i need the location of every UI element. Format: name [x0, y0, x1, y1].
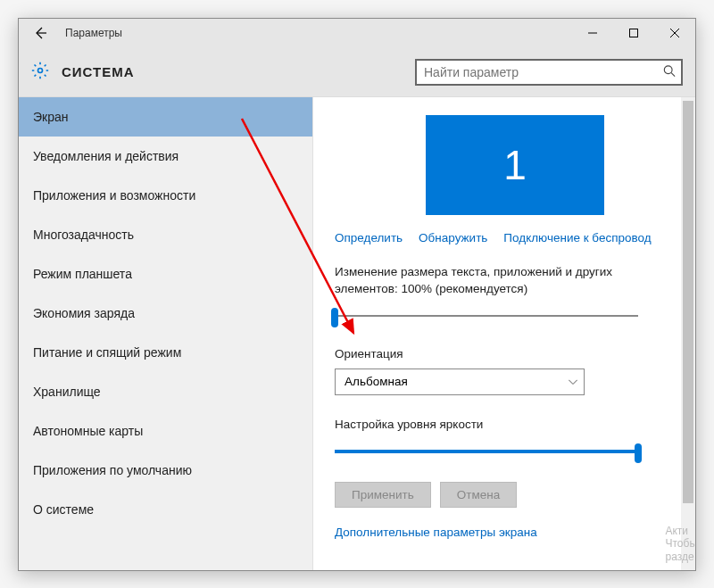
identify-link[interactable]: Определить	[335, 231, 403, 244]
chevron-down-icon	[569, 377, 577, 386]
sidebar: ЭкранУведомления и действияПриложения и …	[19, 97, 313, 570]
sidebar-item[interactable]: Автономные карты	[19, 411, 312, 451]
brightness-slider-wrap	[335, 443, 695, 460]
cancel-button[interactable]: Отмена	[440, 482, 517, 508]
activation-watermark: Акти Чтобы разде	[665, 525, 696, 563]
svg-point-2	[664, 65, 672, 73]
orientation-value: Альбомная	[345, 375, 408, 388]
section-title: СИСТЕМА	[62, 64, 135, 79]
orientation-label: Ориентация	[335, 346, 695, 363]
window-controls	[572, 19, 695, 47]
display-links: Определить Обнаружить Подключение к бесп…	[335, 231, 695, 244]
svg-point-1	[38, 68, 43, 72]
scale-label: Изменение размера текста, приложений и д…	[335, 264, 695, 298]
sidebar-item[interactable]: Приложения по умолчанию	[19, 451, 312, 490]
close-icon	[670, 29, 679, 37]
search-wrap	[415, 59, 683, 86]
close-button[interactable]	[654, 19, 695, 47]
scrollbar[interactable]	[681, 97, 695, 570]
sidebar-item[interactable]: Приложения и возможности	[19, 176, 312, 215]
slider-thumb[interactable]	[635, 443, 642, 463]
detect-link[interactable]: Обнаружить	[419, 231, 487, 244]
content-pane: 1 Определить Обнаружить Подключение к бе…	[313, 97, 695, 570]
maximize-icon	[629, 29, 638, 37]
slider-track	[335, 315, 638, 317]
wireless-link[interactable]: Подключение к беспровод	[503, 231, 651, 244]
monitor-number: 1	[503, 141, 527, 189]
brightness-label: Настройка уровня яркости	[335, 417, 695, 434]
gear-icon	[31, 62, 49, 83]
search-input[interactable]	[415, 59, 683, 86]
sidebar-item[interactable]: Хранилище	[19, 372, 312, 411]
sidebar-item[interactable]: Экран	[19, 97, 312, 137]
slider-thumb[interactable]	[331, 308, 338, 327]
scale-slider-wrap	[335, 307, 695, 325]
slider-fill	[335, 450, 638, 453]
minimize-icon	[588, 29, 597, 37]
sidebar-item[interactable]: Режим планшета	[19, 254, 312, 294]
scale-slider[interactable]	[335, 307, 638, 325]
search-icon	[663, 64, 676, 79]
back-button[interactable]	[26, 19, 54, 47]
orientation-select[interactable]: Альбомная	[335, 369, 585, 395]
scrollbar-thumb[interactable]	[683, 101, 693, 503]
svg-rect-0	[630, 29, 638, 37]
back-arrow-icon	[33, 26, 47, 40]
body: ЭкранУведомления и действияПриложения и …	[19, 97, 695, 570]
settings-window: Параметры СИСТЕМА	[18, 18, 696, 571]
header: СИСТЕМА	[19, 47, 695, 97]
sidebar-item[interactable]: Экономия заряда	[19, 294, 312, 333]
minimize-button[interactable]	[572, 19, 613, 47]
window-title: Параметры	[65, 27, 122, 39]
monitor-preview[interactable]: 1	[426, 115, 604, 215]
apply-button[interactable]: Применить	[335, 482, 431, 508]
sidebar-item[interactable]: Питание и спящий режим	[19, 333, 312, 372]
advanced-link[interactable]: Дополнительные параметры экрана	[335, 526, 537, 539]
sidebar-item[interactable]: Уведомления и действия	[19, 137, 312, 176]
titlebar: Параметры	[19, 19, 695, 47]
sidebar-item[interactable]: Многозадачность	[19, 215, 312, 254]
sidebar-item[interactable]: О системе	[19, 490, 312, 529]
button-row: Применить Отмена	[335, 482, 695, 508]
brightness-slider[interactable]	[335, 443, 638, 460]
orientation-select-wrap: Альбомная	[335, 369, 585, 395]
maximize-button[interactable]	[613, 19, 654, 47]
